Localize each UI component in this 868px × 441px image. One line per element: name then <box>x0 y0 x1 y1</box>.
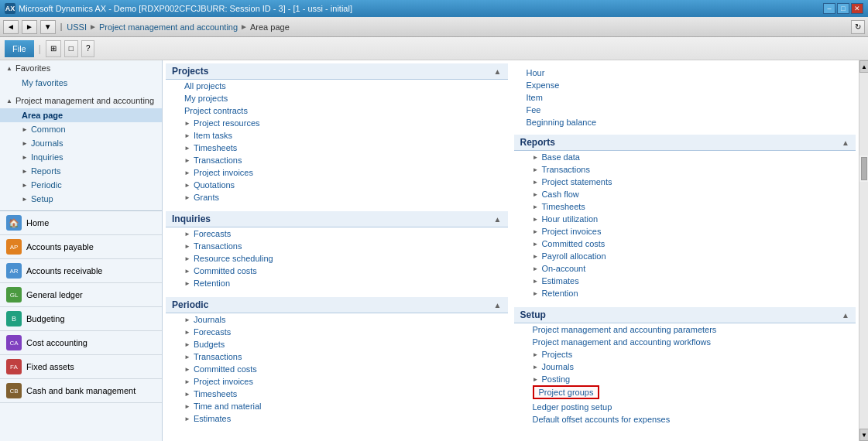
refresh-button[interactable]: ↻ <box>851 20 865 34</box>
sidebar-item-my-favorites[interactable]: My favorites <box>0 76 162 90</box>
pm-workflows-link[interactable]: Project management and accounting workfl… <box>514 336 856 348</box>
nav-item-cash-bank[interactable]: CB Cash and bank management <box>0 379 162 403</box>
timesheets-report-link[interactable]: ► Timesheets <box>514 200 856 213</box>
projects-title: Projects <box>172 66 208 77</box>
nav-item-home[interactable]: 🏠 Home <box>0 211 162 235</box>
nav-item-accounts-receivable[interactable]: AR Accounts receivable <box>0 259 162 283</box>
cash-flow-link[interactable]: ► Cash flow <box>514 188 856 200</box>
transactions-inquiry-link[interactable]: ► Transactions <box>166 240 508 252</box>
scrollbar-right[interactable]: ▲ ▼ <box>859 60 868 441</box>
sidebar-item-setup[interactable]: ► Setup <box>0 192 162 206</box>
scroll-down-button[interactable]: ▼ <box>859 429 868 441</box>
project-groups-link[interactable]: Project groups <box>533 385 600 399</box>
sidebar-item-inquiries[interactable]: ► Inquiries <box>0 150 162 164</box>
retention-inquiry-link[interactable]: ► Retention <box>166 277 508 289</box>
favorites-header[interactable]: ▲ Favorites <box>0 60 162 76</box>
sidebar-item-reports[interactable]: ► Reports <box>0 164 162 178</box>
transactions-periodic-link[interactable]: ► Transactions <box>166 350 508 363</box>
base-data-link[interactable]: ► Base data <box>514 151 856 163</box>
nav-item-accounts-payable[interactable]: AP Accounts payable <box>0 235 162 259</box>
nav-item-budgeting[interactable]: B Budgeting <box>0 307 162 331</box>
view-button-1[interactable]: ⊞ <box>46 40 61 57</box>
fee-link[interactable]: Fee <box>520 104 850 116</box>
nav-item-cost-accounting[interactable]: CA Cost accounting <box>0 331 162 355</box>
retention-inquiry-label: Retention <box>194 279 230 288</box>
posting-link[interactable]: ► Posting <box>514 373 856 385</box>
hour-utilization-link[interactable]: ► Hour utilization <box>514 213 856 225</box>
setup-collapse[interactable]: ▲ <box>842 311 849 320</box>
project-invoices-label: Project invoices <box>194 168 253 177</box>
close-button[interactable]: ✕ <box>851 3 863 14</box>
all-projects-link[interactable]: All projects <box>166 80 508 92</box>
right-column: Hour Expense Item Fee Beginning balance <box>514 63 856 438</box>
forecasts-inquiry-link[interactable]: ► Forecasts <box>166 227 508 240</box>
minimize-button[interactable]: – <box>823 3 835 14</box>
timesheets-link[interactable]: ► Timesheets <box>166 142 508 154</box>
time-material-link[interactable]: ► Time and material <box>166 400 508 412</box>
breadcrumb-ussi[interactable]: USSI <box>67 22 87 32</box>
sidebar-item-journals[interactable]: ► Journals <box>0 136 162 150</box>
hour-link[interactable]: Hour <box>520 67 850 79</box>
setup-header[interactable]: Setup ▲ <box>514 307 856 323</box>
file-button[interactable]: File <box>5 40 34 57</box>
grants-link[interactable]: ► Grants <box>166 191 508 203</box>
project-statements-link[interactable]: ► Project statements <box>514 176 856 188</box>
journals-setup-link[interactable]: ► Journals <box>514 361 856 373</box>
projects-collapse[interactable]: ▲ <box>494 67 502 76</box>
projects-header[interactable]: Projects ▲ <box>166 63 508 80</box>
committed-costs-periodic-link[interactable]: ► Committed costs <box>166 363 508 375</box>
nav-item-general-ledger[interactable]: GL General ledger <box>0 283 162 307</box>
scroll-thumb[interactable] <box>861 157 867 180</box>
committed-costs-report-link[interactable]: ► Committed costs <box>514 238 856 250</box>
on-account-link[interactable]: ► On-account <box>514 262 856 275</box>
beginning-balance-link[interactable]: Beginning balance <box>520 116 850 128</box>
sidebar-item-area-page[interactable]: Area page <box>0 108 162 122</box>
quotations-link[interactable]: ► Quotations <box>166 179 508 191</box>
breadcrumb-module[interactable]: Project management and accounting <box>99 22 238 32</box>
project-invoices-report-link[interactable]: ► Project invoices <box>514 225 856 238</box>
committed-costs-inquiry-link[interactable]: ► Committed costs <box>166 265 508 277</box>
view-button-2[interactable]: □ <box>64 40 78 57</box>
default-offset-label: Default offset accounts for expenses <box>533 415 671 424</box>
transactions-report-link[interactable]: ► Transactions <box>514 163 856 176</box>
timesheets-periodic-link[interactable]: ► Timesheets <box>166 388 508 400</box>
item-tasks-link[interactable]: ► Item tasks <box>166 129 508 142</box>
estimates-link[interactable]: ► Estimates <box>166 412 508 425</box>
project-invoices-link[interactable]: ► Project invoices <box>166 166 508 179</box>
project-invoices-periodic-link[interactable]: ► Project invoices <box>166 375 508 388</box>
reports-header[interactable]: Reports ▲ <box>514 135 856 151</box>
inquiries-header[interactable]: Inquiries ▲ <box>166 211 508 227</box>
my-projects-link[interactable]: My projects <box>166 92 508 104</box>
maximize-button[interactable]: □ <box>837 3 849 14</box>
pm-parameters-link[interactable]: Project management and accounting parame… <box>514 323 856 336</box>
sidebar-item-periodic[interactable]: ► Periodic <box>0 178 162 192</box>
inquiries-collapse[interactable]: ▲ <box>494 215 502 224</box>
back-button[interactable]: ◄ <box>3 20 19 34</box>
journals-periodic-link[interactable]: ► Journals <box>166 313 508 326</box>
forward-button[interactable]: ► <box>22 20 37 34</box>
payroll-allocation-label: Payroll allocation <box>541 251 606 261</box>
transactions-link[interactable]: ► Transactions <box>166 154 508 166</box>
forecasts-periodic-link[interactable]: ► Forecasts <box>166 326 508 338</box>
resource-scheduling-link[interactable]: ► Resource scheduling <box>166 252 508 265</box>
item-link[interactable]: Item <box>520 91 850 104</box>
dropdown-button[interactable]: ▼ <box>40 20 56 34</box>
projects-setup-link[interactable]: ► Projects <box>514 348 856 361</box>
expense-link[interactable]: Expense <box>520 79 850 91</box>
project-contracts-link[interactable]: Project contracts <box>166 104 508 117</box>
project-mgmt-header[interactable]: ▲ Project management and accounting <box>0 93 162 108</box>
scroll-up-button[interactable]: ▲ <box>859 60 868 73</box>
sidebar-item-common[interactable]: ► Common <box>0 122 162 136</box>
default-offset-link[interactable]: Default offset accounts for expenses <box>514 413 856 426</box>
periodic-header[interactable]: Periodic ▲ <box>166 297 508 313</box>
estimates-report-link[interactable]: ► Estimates <box>514 275 856 287</box>
reports-collapse[interactable]: ▲ <box>842 138 849 147</box>
periodic-collapse[interactable]: ▲ <box>494 301 502 309</box>
help-button[interactable]: ? <box>81 40 95 57</box>
nav-item-fixed-assets[interactable]: FA Fixed assets <box>0 355 162 379</box>
project-resources-link[interactable]: ► Project resources <box>166 117 508 129</box>
ledger-posting-link[interactable]: Ledger posting setup <box>514 401 856 413</box>
retention-report-link[interactable]: ► Retention <box>514 287 856 299</box>
payroll-allocation-link[interactable]: ► Payroll allocation <box>514 250 856 262</box>
budgets-link[interactable]: ► Budgets <box>166 338 508 350</box>
